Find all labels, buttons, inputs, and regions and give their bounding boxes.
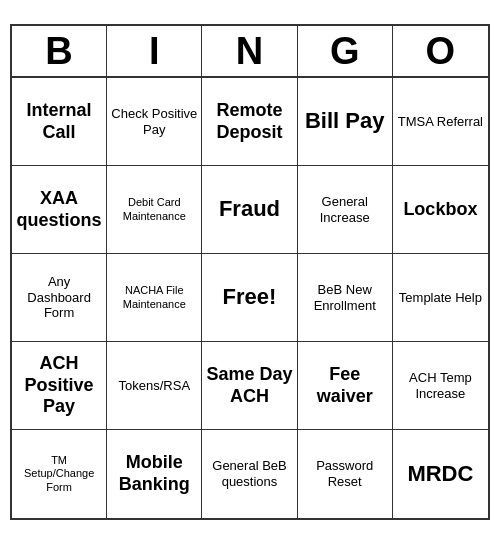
cell-text-23: Password Reset <box>302 458 388 489</box>
cell-text-1: Check Positive Pay <box>111 106 197 137</box>
bingo-cell-10: Any Dashboard Form <box>12 254 107 342</box>
bingo-cell-18: Fee waiver <box>298 342 393 430</box>
bingo-header: BINGO <box>12 26 488 78</box>
cell-text-19: ACH Temp Increase <box>397 370 484 401</box>
bingo-cell-12: Free! <box>202 254 297 342</box>
bingo-cell-21: Mobile Banking <box>107 430 202 518</box>
cell-text-4: TMSA Referral <box>398 114 483 130</box>
cell-text-0: Internal Call <box>16 100 102 143</box>
cell-text-13: BeB New Enrollment <box>302 282 388 313</box>
cell-text-7: Fraud <box>219 196 280 222</box>
bingo-cell-5: XAA questions <box>12 166 107 254</box>
cell-text-6: Debit Card Maintenance <box>111 196 197 222</box>
cell-text-20: TM Setup/Change Form <box>16 454 102 494</box>
cell-text-21: Mobile Banking <box>111 452 197 495</box>
cell-text-14: Template Help <box>399 290 482 306</box>
bingo-cell-13: BeB New Enrollment <box>298 254 393 342</box>
bingo-grid: Internal CallCheck Positive PayRemote De… <box>12 78 488 518</box>
cell-text-22: General BeB questions <box>206 458 292 489</box>
header-letter-i: I <box>107 26 202 76</box>
cell-text-2: Remote Deposit <box>206 100 292 143</box>
cell-text-3: Bill Pay <box>305 108 384 134</box>
cell-text-17: Same Day ACH <box>206 364 292 407</box>
bingo-cell-2: Remote Deposit <box>202 78 297 166</box>
bingo-cell-3: Bill Pay <box>298 78 393 166</box>
cell-text-16: Tokens/RSA <box>119 378 191 394</box>
bingo-cell-22: General BeB questions <box>202 430 297 518</box>
cell-text-5: XAA questions <box>16 188 102 231</box>
bingo-cell-7: Fraud <box>202 166 297 254</box>
cell-text-8: General Increase <box>302 194 388 225</box>
bingo-cell-19: ACH Temp Increase <box>393 342 488 430</box>
cell-text-24: MRDC <box>407 461 473 487</box>
bingo-cell-8: General Increase <box>298 166 393 254</box>
header-letter-b: B <box>12 26 107 76</box>
bingo-cell-24: MRDC <box>393 430 488 518</box>
bingo-cell-17: Same Day ACH <box>202 342 297 430</box>
header-letter-g: G <box>298 26 393 76</box>
bingo-cell-23: Password Reset <box>298 430 393 518</box>
bingo-cell-14: Template Help <box>393 254 488 342</box>
cell-text-10: Any Dashboard Form <box>16 274 102 321</box>
bingo-cell-16: Tokens/RSA <box>107 342 202 430</box>
bingo-cell-20: TM Setup/Change Form <box>12 430 107 518</box>
cell-text-11: NACHA File Maintenance <box>111 284 197 310</box>
cell-text-18: Fee waiver <box>302 364 388 407</box>
cell-text-12: Free! <box>223 284 277 310</box>
bingo-cell-0: Internal Call <box>12 78 107 166</box>
header-letter-n: N <box>202 26 297 76</box>
bingo-cell-11: NACHA File Maintenance <box>107 254 202 342</box>
cell-text-15: ACH Positive Pay <box>16 353 102 418</box>
header-letter-o: O <box>393 26 488 76</box>
bingo-cell-15: ACH Positive Pay <box>12 342 107 430</box>
bingo-card: BINGO Internal CallCheck Positive PayRem… <box>10 24 490 520</box>
bingo-cell-1: Check Positive Pay <box>107 78 202 166</box>
cell-text-9: Lockbox <box>403 199 477 221</box>
bingo-cell-9: Lockbox <box>393 166 488 254</box>
bingo-cell-6: Debit Card Maintenance <box>107 166 202 254</box>
bingo-cell-4: TMSA Referral <box>393 78 488 166</box>
